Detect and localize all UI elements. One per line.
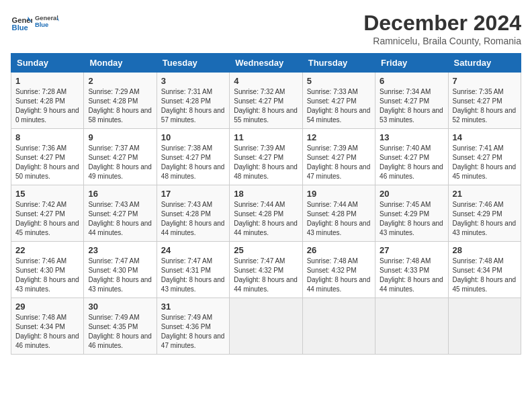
logo-icon: General Blue bbox=[11, 12, 32, 34]
cell-info: Sunrise: 7:46 AM Sunset: 4:30 PM Dayligh… bbox=[15, 257, 79, 294]
cell-info: Sunrise: 7:28 AM Sunset: 4:28 PM Dayligh… bbox=[15, 87, 79, 125]
cell-info: Sunrise: 7:49 AM Sunset: 4:36 PM Dayligh… bbox=[161, 313, 225, 351]
calendar-cell: 10 Sunrise: 7:38 AM Sunset: 4:27 PM Dayl… bbox=[157, 129, 229, 185]
cell-info: Sunrise: 7:43 AM Sunset: 4:28 PM Dayligh… bbox=[161, 200, 225, 238]
day-number: 29 bbox=[15, 302, 79, 312]
calendar-cell: 16 Sunrise: 7:43 AM Sunset: 4:27 PM Dayl… bbox=[84, 185, 157, 242]
day-number: 24 bbox=[161, 245, 225, 255]
day-number: 21 bbox=[453, 189, 517, 199]
cell-info: Sunrise: 7:40 AM Sunset: 4:27 PM Dayligh… bbox=[380, 144, 443, 181]
calendar-week-3: 15 Sunrise: 7:42 AM Sunset: 4:27 PM Dayl… bbox=[11, 185, 521, 242]
cell-info: Sunrise: 7:33 AM Sunset: 4:27 PM Dayligh… bbox=[307, 87, 371, 125]
day-number: 20 bbox=[380, 189, 443, 199]
logo: General Blue General Blue bbox=[11, 11, 59, 35]
calendar-table: SundayMondayTuesdayWednesdayThursdayFrid… bbox=[11, 53, 521, 355]
calendar-cell: 20 Sunrise: 7:45 AM Sunset: 4:29 PM Dayl… bbox=[375, 185, 448, 242]
cell-info: Sunrise: 7:39 AM Sunset: 4:27 PM Dayligh… bbox=[307, 144, 371, 181]
cell-info: Sunrise: 7:47 AM Sunset: 4:31 PM Dayligh… bbox=[161, 257, 225, 294]
svg-text:General: General bbox=[35, 15, 58, 21]
calendar-cell: 19 Sunrise: 7:44 AM Sunset: 4:28 PM Dayl… bbox=[302, 185, 375, 242]
cell-info: Sunrise: 7:47 AM Sunset: 4:30 PM Dayligh… bbox=[88, 257, 152, 294]
calendar-cell: 5 Sunrise: 7:33 AM Sunset: 4:27 PM Dayli… bbox=[302, 73, 375, 129]
day-number: 9 bbox=[88, 132, 152, 142]
calendar-header-row: SundayMondayTuesdayWednesdayThursdayFrid… bbox=[11, 54, 521, 73]
calendar-cell: 28 Sunrise: 7:48 AM Sunset: 4:34 PM Dayl… bbox=[448, 242, 521, 298]
calendar-cell: 31 Sunrise: 7:49 AM Sunset: 4:36 PM Dayl… bbox=[157, 298, 229, 355]
calendar-cell: 17 Sunrise: 7:43 AM Sunset: 4:28 PM Dayl… bbox=[157, 185, 229, 242]
calendar-cell: 15 Sunrise: 7:42 AM Sunset: 4:27 PM Dayl… bbox=[11, 185, 84, 242]
day-number: 30 bbox=[88, 302, 152, 312]
calendar-cell bbox=[230, 298, 302, 355]
cell-info: Sunrise: 7:39 AM Sunset: 4:27 PM Dayligh… bbox=[234, 144, 298, 181]
svg-text:Blue: Blue bbox=[12, 24, 28, 32]
cell-info: Sunrise: 7:43 AM Sunset: 4:27 PM Dayligh… bbox=[88, 200, 152, 238]
day-number: 23 bbox=[88, 245, 152, 255]
cell-info: Sunrise: 7:44 AM Sunset: 4:28 PM Dayligh… bbox=[234, 200, 298, 238]
cell-info: Sunrise: 7:41 AM Sunset: 4:27 PM Dayligh… bbox=[453, 144, 517, 181]
calendar-cell: 18 Sunrise: 7:44 AM Sunset: 4:28 PM Dayl… bbox=[230, 185, 302, 242]
day-number: 10 bbox=[161, 132, 225, 142]
cell-info: Sunrise: 7:34 AM Sunset: 4:27 PM Dayligh… bbox=[380, 87, 443, 125]
calendar-week-4: 22 Sunrise: 7:46 AM Sunset: 4:30 PM Dayl… bbox=[11, 242, 521, 298]
cell-info: Sunrise: 7:47 AM Sunset: 4:32 PM Dayligh… bbox=[234, 257, 298, 294]
cell-info: Sunrise: 7:31 AM Sunset: 4:28 PM Dayligh… bbox=[161, 87, 225, 125]
calendar-cell bbox=[448, 298, 521, 355]
day-number: 11 bbox=[234, 132, 298, 142]
day-number: 22 bbox=[15, 245, 79, 255]
calendar-cell bbox=[302, 298, 375, 355]
calendar-cell: 14 Sunrise: 7:41 AM Sunset: 4:27 PM Dayl… bbox=[448, 129, 521, 185]
day-number: 4 bbox=[234, 76, 298, 86]
cell-info: Sunrise: 7:48 AM Sunset: 4:34 PM Dayligh… bbox=[453, 257, 517, 294]
calendar-cell: 11 Sunrise: 7:39 AM Sunset: 4:27 PM Dayl… bbox=[230, 129, 302, 185]
calendar-cell: 2 Sunrise: 7:29 AM Sunset: 4:28 PM Dayli… bbox=[84, 73, 157, 129]
day-number: 28 bbox=[453, 245, 517, 255]
calendar-cell: 1 Sunrise: 7:28 AM Sunset: 4:28 PM Dayli… bbox=[11, 73, 84, 129]
day-number: 18 bbox=[234, 189, 298, 199]
calendar-cell: 21 Sunrise: 7:46 AM Sunset: 4:29 PM Dayl… bbox=[448, 185, 521, 242]
page-title: December 2024 bbox=[363, 11, 521, 36]
calendar-cell: 8 Sunrise: 7:36 AM Sunset: 4:27 PM Dayli… bbox=[11, 129, 84, 185]
day-number: 17 bbox=[161, 189, 225, 199]
cell-info: Sunrise: 7:45 AM Sunset: 4:29 PM Dayligh… bbox=[380, 200, 443, 238]
day-number: 14 bbox=[453, 132, 517, 142]
calendar-cell: 7 Sunrise: 7:35 AM Sunset: 4:27 PM Dayli… bbox=[448, 73, 521, 129]
header: General Blue General Blue December 2024 … bbox=[11, 11, 521, 46]
calendar-cell: 29 Sunrise: 7:48 AM Sunset: 4:34 PM Dayl… bbox=[11, 298, 84, 355]
cell-info: Sunrise: 7:35 AM Sunset: 4:27 PM Dayligh… bbox=[453, 87, 517, 125]
day-number: 15 bbox=[15, 189, 79, 199]
cell-info: Sunrise: 7:38 AM Sunset: 4:27 PM Dayligh… bbox=[161, 144, 225, 181]
day-number: 13 bbox=[380, 132, 443, 142]
calendar-week-5: 29 Sunrise: 7:48 AM Sunset: 4:34 PM Dayl… bbox=[11, 298, 521, 355]
calendar-cell: 9 Sunrise: 7:37 AM Sunset: 4:27 PM Dayli… bbox=[84, 129, 157, 185]
gb-logo-graphic: General Blue bbox=[35, 11, 59, 35]
calendar-header-thursday: Thursday bbox=[302, 54, 375, 73]
day-number: 3 bbox=[161, 76, 225, 86]
cell-info: Sunrise: 7:29 AM Sunset: 4:28 PM Dayligh… bbox=[88, 87, 152, 125]
page-subtitle: Ramnicelu, Braila County, Romania bbox=[363, 36, 521, 46]
day-number: 8 bbox=[15, 132, 79, 142]
calendar-cell: 22 Sunrise: 7:46 AM Sunset: 4:30 PM Dayl… bbox=[11, 242, 84, 298]
day-number: 7 bbox=[453, 76, 517, 86]
svg-text:Blue: Blue bbox=[35, 21, 48, 28]
cell-info: Sunrise: 7:46 AM Sunset: 4:29 PM Dayligh… bbox=[453, 200, 517, 238]
calendar-cell: 13 Sunrise: 7:40 AM Sunset: 4:27 PM Dayl… bbox=[375, 129, 448, 185]
day-number: 16 bbox=[88, 189, 152, 199]
calendar-cell: 25 Sunrise: 7:47 AM Sunset: 4:32 PM Dayl… bbox=[230, 242, 302, 298]
cell-info: Sunrise: 7:32 AM Sunset: 4:27 PM Dayligh… bbox=[234, 87, 298, 125]
calendar-week-1: 1 Sunrise: 7:28 AM Sunset: 4:28 PM Dayli… bbox=[11, 73, 521, 129]
calendar-header-tuesday: Tuesday bbox=[157, 54, 229, 73]
day-number: 5 bbox=[307, 76, 371, 86]
calendar-cell: 12 Sunrise: 7:39 AM Sunset: 4:27 PM Dayl… bbox=[302, 129, 375, 185]
day-number: 1 bbox=[15, 76, 79, 86]
calendar-header-sunday: Sunday bbox=[11, 54, 84, 73]
day-number: 2 bbox=[88, 76, 152, 86]
cell-info: Sunrise: 7:49 AM Sunset: 4:35 PM Dayligh… bbox=[88, 313, 152, 351]
day-number: 6 bbox=[380, 76, 443, 86]
calendar-cell: 3 Sunrise: 7:31 AM Sunset: 4:28 PM Dayli… bbox=[157, 73, 229, 129]
calendar-cell: 24 Sunrise: 7:47 AM Sunset: 4:31 PM Dayl… bbox=[157, 242, 229, 298]
calendar-cell: 30 Sunrise: 7:49 AM Sunset: 4:35 PM Dayl… bbox=[84, 298, 157, 355]
calendar-week-2: 8 Sunrise: 7:36 AM Sunset: 4:27 PM Dayli… bbox=[11, 129, 521, 185]
calendar-cell: 23 Sunrise: 7:47 AM Sunset: 4:30 PM Dayl… bbox=[84, 242, 157, 298]
day-number: 25 bbox=[234, 245, 298, 255]
title-area: December 2024 Ramnicelu, Braila County, … bbox=[363, 11, 521, 46]
